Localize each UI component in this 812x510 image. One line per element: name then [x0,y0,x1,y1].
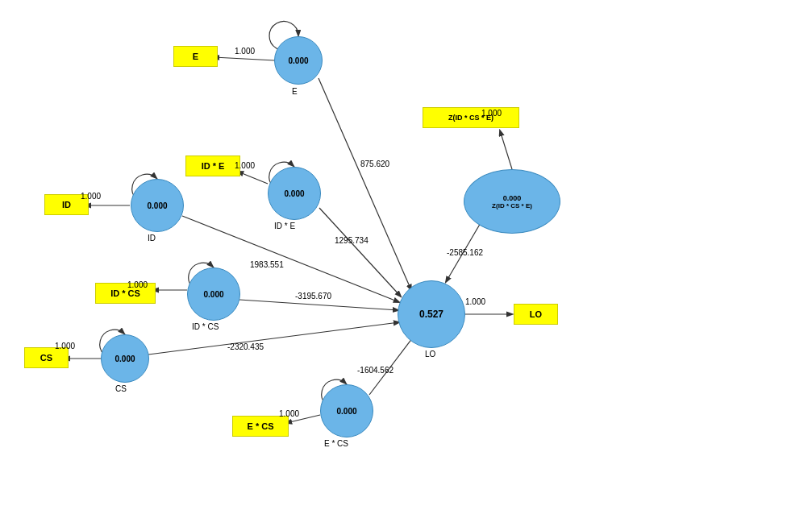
svg-line-13 [148,322,399,355]
E-circle-label: E [292,87,298,96]
LO-circle-value: 0.527 [419,309,443,320]
E-rect: E [173,46,218,67]
IDxCS-circle: 0.000 [187,267,240,321]
edge-IDxE-to-LO: 1295.734 [335,236,369,245]
IDxCS-rect-label: ID * CS [110,288,140,298]
ZIDCSxE-rect: Z(ID * CS * E) [423,107,519,128]
edge-CS-to-LO: -2320.435 [227,342,264,351]
svg-line-10 [319,208,401,296]
ExCS-circle-value: 0.000 [336,407,356,416]
LO-rect-label: LO [530,309,542,319]
svg-line-14 [369,334,415,395]
Z-ellipse-value: 0.000 [503,194,522,202]
CS-circle-value: 0.000 [115,355,135,363]
ExCS-circle: 0.000 [320,384,373,437]
edge-Z-to-LO: -2585.162 [447,248,483,257]
ID-rect-label: ID [62,200,71,209]
LO-circle-label: LO [425,350,435,359]
CS-circle-label: CS [115,384,127,393]
E-circle-value: 0.000 [288,56,308,65]
edge-Z-to-Zrect: 1.000 [481,109,502,118]
svg-line-12 [239,300,398,310]
Z-ellipse: 0.000 Z(ID * CS * E) [464,169,560,234]
IDxE-circle-label: ID * E [274,222,295,230]
ExCS-circle-label: E * CS [324,439,348,448]
edge-IDxCS-to-LO: -3195.670 [295,292,331,301]
ID-circle-label: ID [148,234,156,243]
E-circle: 0.000 [274,36,323,85]
svg-line-9 [319,78,411,290]
edge-ExCS-to-rect: 1.000 [279,409,299,418]
CS-rect-label: CS [40,353,52,363]
edge-E-to-Erect: 1.000 [235,47,255,56]
svg-line-0 [214,57,275,60]
IDxE-circle: 0.000 [268,167,321,220]
Z-ellipse-sublabel: Z(ID * CS * E) [492,202,532,209]
CS-circle: 0.000 [101,334,149,383]
edge-LO-to-LOrect: 1.000 [465,297,485,306]
IDxE-rect-label: ID * E [202,161,225,171]
IDxCS-circle-label: ID * CS [192,322,219,331]
edge-IDxCS-to-rect: 1.000 [127,280,148,289]
E-rect-label: E [193,52,198,61]
edge-E-to-LO: 875.620 [360,160,389,168]
ID-circle: 0.000 [131,179,184,232]
ID-circle-value: 0.000 [147,201,167,210]
ExCS-rect-label: E * CS [247,421,273,431]
edge-ID-to-LO: 1983.551 [250,260,284,269]
IDxE-circle-value: 0.000 [284,189,304,198]
IDxCS-circle-value: 0.000 [203,290,223,299]
edge-ExCS-to-LO: -1604.562 [357,366,394,375]
svg-line-2 [238,172,268,184]
IDxE-rect: ID * E [185,155,240,176]
ExCS-rect: E * CS [232,416,289,437]
edge-ID-to-IDrect: 1.000 [81,192,101,201]
svg-line-6 [500,131,512,169]
LO-circle: 0.527 [398,280,465,348]
edge-IDxE-to-rect: 1.000 [235,161,255,170]
edge-CS-to-rect: 1.000 [55,342,75,350]
LO-rect: LO [514,304,558,325]
